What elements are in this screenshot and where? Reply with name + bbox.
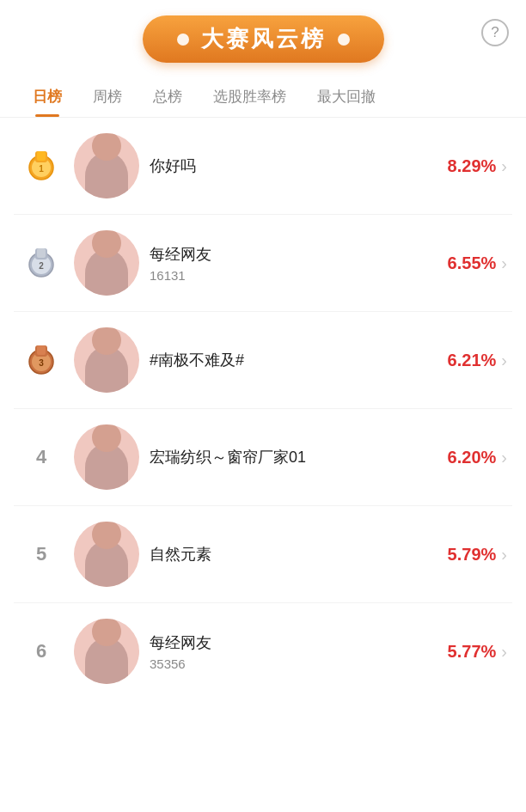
user-info: #南极不难及# (150, 350, 448, 370)
score-wrap: 6.55% › (448, 253, 507, 273)
score-value: 6.21% (448, 351, 497, 370)
chevron-right-icon: › (501, 448, 507, 467)
avatar-body (85, 249, 128, 296)
avatar-wrap (74, 230, 139, 296)
avatar-wrap (74, 327, 139, 393)
score-value: 8.29% (448, 156, 497, 176)
list-item[interactable]: 2 每经网友 16131 6.55% › (14, 215, 512, 312)
gold-medal: 1 (23, 148, 59, 184)
svg-text:2: 2 (39, 261, 44, 271)
avatar-head (92, 522, 121, 549)
banner-title: 大赛风云榜 (201, 24, 326, 54)
user-info: 自然元素 (150, 544, 448, 565)
user-id: 16131 (150, 268, 448, 283)
user-id: 35356 (150, 656, 448, 671)
rank-badge: 3 (19, 342, 64, 378)
bronze-medal: 3 (23, 342, 59, 378)
svg-rect-3 (37, 151, 46, 161)
chevron-right-icon: › (501, 642, 507, 662)
user-name: 每经网友 (150, 632, 448, 653)
user-name: #南极不难及# (150, 350, 448, 370)
chevron-right-icon: › (501, 156, 507, 176)
score-value: 6.55% (448, 253, 497, 273)
rank-badge: 5 (19, 543, 64, 565)
user-info: 每经网友 35356 (150, 632, 448, 671)
silver-medal: 2 (23, 245, 59, 281)
chevron-right-icon: › (501, 253, 507, 273)
banner-pill: 大赛风云榜 (143, 15, 384, 63)
avatar-wrap (74, 133, 139, 198)
avatar-head (92, 619, 121, 646)
svg-rect-8 (37, 248, 46, 258)
avatar (74, 424, 139, 490)
list-item[interactable]: 3 #南极不难及# 6.21% › (14, 312, 512, 409)
avatar-body (85, 540, 128, 587)
avatar-wrap (74, 424, 139, 490)
avatar-body (85, 346, 128, 393)
avatar (74, 133, 139, 198)
svg-rect-13 (37, 345, 46, 355)
score-wrap: 8.29% › (448, 156, 507, 176)
chevron-right-icon: › (501, 545, 507, 565)
avatar-body (85, 443, 128, 490)
user-info: 你好吗 (150, 156, 448, 176)
avatar-wrap (74, 522, 139, 587)
avatar-head (92, 230, 121, 258)
tab-daily[interactable]: 日榜 (17, 76, 77, 117)
tab-bar: 日榜 周榜 总榜 选股胜率榜 最大回撤 (0, 71, 526, 118)
tab-weekly[interactable]: 周榜 (77, 76, 138, 117)
avatar-wrap (74, 619, 139, 684)
rank-badge: 1 (19, 148, 64, 184)
score-wrap: 6.21% › (448, 351, 507, 370)
banner-dot-right (338, 34, 350, 46)
rank-badge: 6 (19, 640, 64, 662)
score-wrap: 6.20% › (448, 448, 507, 467)
user-name: 每经网友 (150, 244, 448, 265)
header-banner: 大赛风云榜 ? (0, 0, 526, 71)
user-info: 宏瑞纺织～窗帘厂家01 (150, 447, 448, 467)
svg-text:1: 1 (39, 164, 44, 174)
banner-dot-left (177, 34, 189, 46)
tab-drawdown[interactable]: 最大回撤 (302, 76, 391, 117)
rank-number: 4 (36, 446, 46, 468)
rank-number: 6 (36, 640, 46, 662)
rank-badge: 2 (19, 245, 64, 281)
help-button[interactable]: ? (481, 19, 509, 46)
score-value: 6.20% (448, 448, 497, 467)
list-item[interactable]: 4 宏瑞纺织～窗帘厂家01 6.20% › (14, 409, 512, 506)
score-wrap: 5.77% › (448, 642, 507, 662)
chevron-right-icon: › (501, 351, 507, 370)
avatar (74, 522, 139, 587)
user-name: 自然元素 (150, 544, 448, 565)
avatar-head (92, 133, 121, 161)
user-name: 宏瑞纺织～窗帘厂家01 (150, 447, 448, 467)
list-item[interactable]: 6 每经网友 35356 5.77% › (14, 603, 512, 699)
avatar (74, 327, 139, 393)
tab-total[interactable]: 总榜 (138, 76, 198, 117)
user-info: 每经网友 16131 (150, 244, 448, 283)
avatar (74, 619, 139, 684)
score-value: 5.79% (448, 545, 497, 565)
user-name: 你好吗 (150, 156, 448, 176)
avatar-body (85, 638, 128, 684)
rank-list: 1 你好吗 8.29% › 2 每经网友 16131 6.55% › (0, 118, 526, 699)
avatar-head (92, 327, 121, 355)
avatar-head (92, 424, 121, 452)
rank-number: 5 (36, 543, 46, 565)
rank-badge: 4 (19, 446, 64, 468)
score-wrap: 5.79% › (448, 545, 507, 565)
svg-text:3: 3 (39, 358, 44, 368)
list-item[interactable]: 5 自然元素 5.79% › (14, 506, 512, 603)
list-item[interactable]: 1 你好吗 8.29% › (14, 118, 512, 215)
tab-winrate[interactable]: 选股胜率榜 (198, 76, 302, 117)
score-value: 5.77% (448, 642, 497, 662)
avatar (74, 230, 139, 296)
avatar-body (85, 152, 128, 198)
